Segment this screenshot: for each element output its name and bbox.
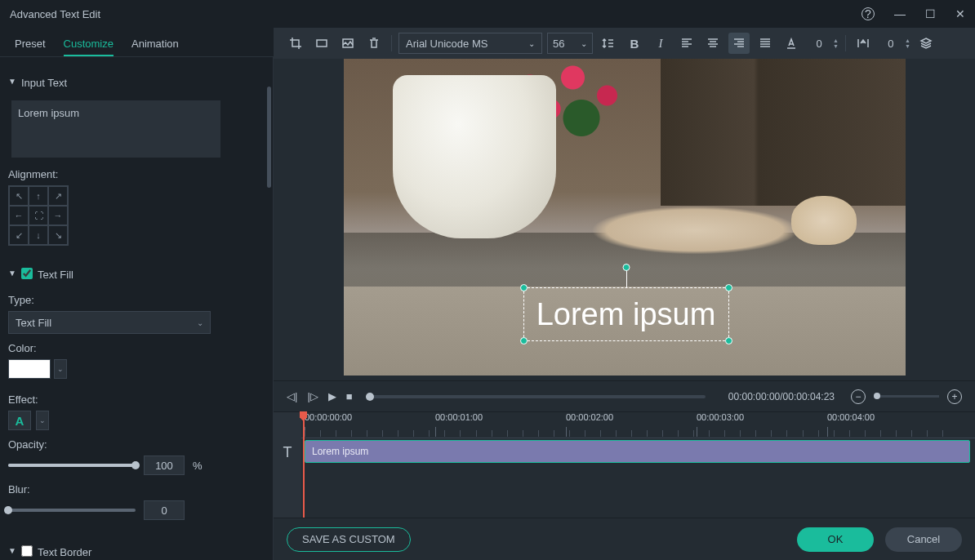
customize-panel: ▼ Input Text Lorem ipsum Alignment: ↖ ↑ …	[0, 57, 274, 560]
overlay-text[interactable]: Lorem ipsum	[536, 297, 716, 332]
text-color-icon[interactable]	[781, 33, 802, 54]
spinner-1[interactable]: ▲▼	[807, 38, 839, 50]
maximize-icon[interactable]: ☐	[925, 7, 936, 20]
opacity-input[interactable]	[144, 456, 185, 475]
effect-dropdown[interactable]: ⌄	[36, 411, 49, 430]
bold-button[interactable]: B	[624, 33, 645, 54]
font-size-select[interactable]: 56 ⌄	[547, 33, 593, 54]
crop-icon[interactable]	[285, 33, 306, 54]
tab-animation[interactable]: Animation	[131, 34, 179, 56]
align-mr[interactable]: →	[48, 206, 68, 225]
timeline-main[interactable]: 00:00:00:0000:00:01:0000:00:02:0000:00:0…	[301, 412, 975, 518]
playback-bar: ◁| |▷ ▶ ■ 00:00:00:00/00:00:04:23 − +	[274, 380, 975, 411]
stop-button[interactable]: ■	[346, 390, 353, 402]
image-icon[interactable]	[337, 33, 358, 54]
progress-bar[interactable]	[366, 395, 706, 398]
section-input-text[interactable]: ▼ Input Text	[8, 69, 258, 94]
minimize-icon[interactable]: —	[894, 7, 906, 20]
text-track-icon[interactable]: T	[274, 438, 301, 466]
font-size: 56	[553, 38, 564, 50]
zoom-out-button[interactable]: −	[851, 389, 866, 404]
type-label: Type:	[8, 294, 258, 306]
effect-swatch[interactable]: A	[8, 411, 31, 430]
save-custom-button[interactable]: SAVE AS CUSTOM	[287, 527, 411, 552]
canvas[interactable]: Lorem ipsum	[344, 59, 906, 376]
ruler-tick: 00:00:03:00	[697, 412, 744, 422]
align-center-icon[interactable]	[702, 33, 723, 54]
handle-tr[interactable]	[725, 284, 732, 291]
text-fill-header-label: Text Fill	[38, 269, 73, 281]
layers-icon[interactable]	[915, 33, 937, 54]
zoom-slider[interactable]	[874, 395, 939, 398]
cancel-button[interactable]: Cancel	[885, 527, 962, 552]
section-text-fill[interactable]: ▼ Text Fill	[8, 260, 258, 286]
aspect-icon[interactable]	[311, 33, 332, 54]
close-icon[interactable]: ✕	[955, 7, 965, 20]
align-br[interactable]: ↘	[48, 225, 68, 245]
handle-tl[interactable]	[520, 284, 528, 291]
tab-customize[interactable]: Customize	[64, 34, 114, 56]
spinner-1-input[interactable]	[807, 38, 831, 50]
spinner-2-input[interactable]	[879, 38, 903, 50]
zoom-in-button[interactable]: +	[947, 389, 962, 404]
blur-slider[interactable]	[8, 509, 136, 512]
char-spacing-icon[interactable]	[853, 33, 874, 54]
caret-down-icon: ▼	[8, 77, 16, 86]
ruler-tick: 00:00:02:00	[566, 412, 613, 422]
next-frame-button[interactable]: |▷	[307, 390, 318, 402]
line-height-icon[interactable]	[598, 33, 619, 54]
align-tc[interactable]: ↑	[29, 186, 48, 206]
caret-down-icon: ▼	[8, 269, 16, 278]
type-value: Text Fill	[16, 317, 51, 329]
align-ml[interactable]: ←	[9, 206, 29, 225]
font-name: Arial Unicode MS	[406, 38, 488, 50]
align-bl[interactable]: ↙	[9, 225, 29, 245]
italic-button[interactable]: I	[650, 33, 671, 54]
blur-input[interactable]	[144, 500, 185, 520]
align-justify-icon[interactable]	[755, 33, 776, 54]
timecode: 00:00:00:00/00:00:04:23	[728, 391, 835, 402]
align-tr[interactable]: ↗	[48, 186, 68, 206]
color-swatch[interactable]	[8, 359, 51, 379]
timeline-ruler[interactable]: 00:00:00:0000:00:01:0000:00:02:0000:00:0…	[301, 412, 975, 438]
text-clip[interactable]: Lorem ipsum	[305, 440, 970, 463]
input-text-header-label: Input Text	[21, 77, 67, 89]
text-input[interactable]: Lorem ipsum	[11, 100, 220, 158]
font-family-select[interactable]: Arial Unicode MS ⌄	[398, 33, 542, 54]
color-label: Color:	[8, 342, 258, 354]
align-mc[interactable]: ⛶	[29, 206, 48, 225]
ok-button[interactable]: OK	[797, 527, 874, 552]
play-button[interactable]: ▶	[328, 390, 336, 402]
help-icon[interactable]: ?	[861, 7, 875, 20]
text-border-checkbox[interactable]	[21, 545, 33, 557]
scrollbar[interactable]	[267, 57, 271, 560]
sidebar-tabs: Preset Customize Animation	[0, 28, 274, 57]
section-text-border[interactable]: ▼ Text Border	[8, 538, 258, 560]
timeline: T 00:00:00:0000:00:01:0000:00:02:0000:00…	[274, 411, 975, 518]
align-tl[interactable]: ↖	[9, 186, 29, 206]
align-right-icon[interactable]	[728, 33, 750, 54]
alignment-label: Alignment:	[8, 168, 258, 180]
prev-frame-button[interactable]: ◁|	[287, 390, 297, 402]
ruler-tick: 00:00:00:00	[305, 412, 352, 422]
rotate-handle[interactable]	[622, 264, 630, 271]
align-left-icon[interactable]	[676, 33, 697, 54]
tab-preset[interactable]: Preset	[15, 34, 46, 56]
type-dropdown[interactable]: Text Fill ⌄	[8, 311, 211, 334]
align-bc[interactable]: ↓	[29, 225, 48, 245]
spinner-2[interactable]: ▲▼	[879, 38, 910, 50]
text-selection-box[interactable]: Lorem ipsum	[523, 287, 729, 341]
handle-bl[interactable]	[520, 337, 528, 344]
window-controls: ? — ☐ ✕	[861, 7, 965, 20]
footer: SAVE AS CUSTOM OK Cancel	[274, 518, 975, 560]
text-fill-checkbox[interactable]	[21, 268, 33, 279]
delete-icon[interactable]	[363, 33, 385, 54]
chevron-down-icon: ⌄	[528, 39, 535, 48]
playhead[interactable]	[303, 412, 305, 518]
opacity-slider[interactable]	[8, 464, 136, 467]
handle-br[interactable]	[725, 337, 732, 344]
color-dropdown[interactable]: ⌄	[54, 359, 67, 379]
main-area: Arial Unicode MS ⌄ 56 ⌄ B I ▲▼ ▲	[274, 28, 975, 560]
alignment-grid: ↖ ↑ ↗ ← ⛶ → ↙ ↓ ↘	[8, 185, 69, 246]
window-title: Advanced Text Edit	[10, 8, 100, 20]
